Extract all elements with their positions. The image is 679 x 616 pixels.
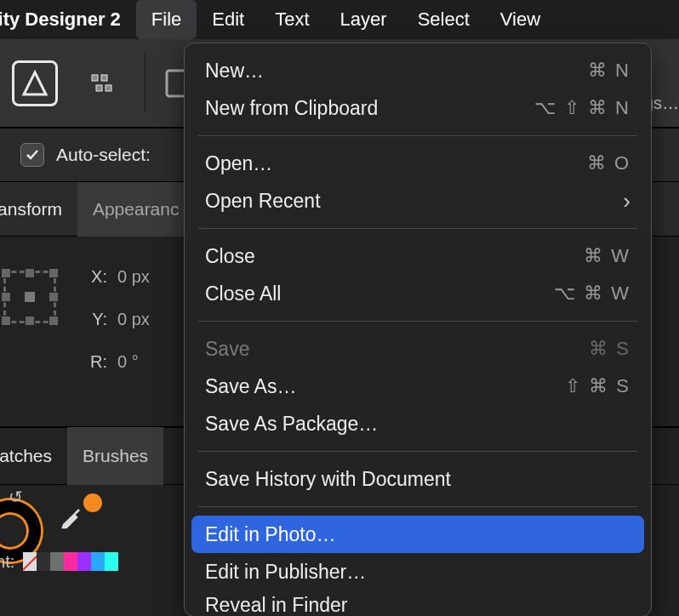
svg-rect-3 [106,85,111,91]
tab-appearance-label: Appearanc [93,199,180,220]
swatch-color[interactable] [50,552,64,571]
menu-text-label: Text [275,9,309,31]
swap-fill-stroke-icon[interactable]: ↺ [9,487,23,507]
picked-color-swatch[interactable] [83,493,102,512]
menu-view-label: View [500,9,540,31]
chevron-right-icon: › [623,188,630,214]
menu-item-label: Save History with Document [205,468,630,491]
menu-item-label: New… [205,60,588,83]
menu-item-label: Close [205,245,584,268]
menu-view[interactable]: View [485,0,556,39]
toolbar-separator [145,54,146,113]
anchor-selector[interactable] [3,271,56,323]
menu-separator [198,321,637,322]
tab-transform-label: Transform [0,199,62,220]
palette [23,552,118,571]
transform-y-value[interactable]: 0 px [117,310,150,329]
menu-item-shortcut: ⌥ ⌘ W [554,282,630,305]
menu-item-shortcut: ⌘ W [584,245,630,267]
app-root: { "menubar": { "app_title": "inity Desig… [0,0,679,616]
swatch-color[interactable] [37,552,50,571]
menu-item[interactable]: Save As Package… [185,405,651,442]
menu-item[interactable]: Open…⌘ O [185,145,651,182]
menu-item[interactable]: Open Recent› [185,182,651,220]
menu-item-label: New from Clipboard [205,97,534,120]
app-logo-icon [12,60,58,106]
menu-item[interactable]: Save History with Document [185,460,651,498]
menu-item[interactable]: Close⌘ W [185,237,651,275]
menu-item-label: Open Recent [205,190,623,213]
persona-switch-button[interactable] [88,68,119,99]
menu-separator [198,451,637,452]
recent-label: ent: [0,552,14,572]
menu-item[interactable]: Edit in Publisher… [185,553,651,590]
menu-select-label: Select [418,9,470,31]
menu-item[interactable]: New…⌘ N [185,52,651,89]
menu-edit-label: Edit [212,9,244,31]
menu-item[interactable]: Edit in Photo… [191,516,644,553]
menu-file[interactable]: File [136,0,197,39]
menu-item-shortcut: ⌘ N [588,60,630,82]
menu-item-shortcut: ⌥ ⇧ ⌘ N [534,97,630,119]
menu-layer[interactable]: Layer [325,0,402,39]
transform-x-value[interactable]: 0 px [117,267,150,287]
swatch-color[interactable] [105,552,118,571]
file-menu-dropdown: New…⌘ NNew from Clipboard⌥ ⇧ ⌘ NOpen…⌘ O… [184,43,652,616]
svg-rect-4 [167,71,185,96]
menu-item-label: Edit in Photo… [205,523,630,546]
menu-select[interactable]: Select [402,0,485,39]
menu-edit[interactable]: Edit [197,0,260,39]
swatch-none[interactable] [23,552,37,571]
menu-item-shortcut: ⌘ S [589,338,630,360]
menu-layer-label: Layer [340,9,387,31]
transform-r-value[interactable]: 0 ° [117,352,139,372]
menu-item[interactable]: Close All⌥ ⌘ W [185,275,651,312]
menu-separator [198,506,637,507]
tab-swatches[interactable]: Swatches [0,427,67,485]
transform-r-label: R: [82,352,107,372]
tab-appearance[interactable]: Appearanc [77,182,195,237]
swatch-color[interactable] [77,552,91,571]
swatch-color[interactable] [91,552,105,571]
swatch-color[interactable] [64,552,77,571]
menu-item-label: Edit in Publisher… [205,561,630,584]
svg-rect-0 [92,75,98,81]
transform-y-label: Y: [82,310,107,329]
menu-item-partial[interactable]: Reveal in Finder [185,590,651,616]
tab-transform[interactable]: Transform [0,182,77,237]
menu-separator [198,135,637,136]
menu-text[interactable]: Text [260,0,324,39]
transform-x-label: X: [82,267,107,287]
menu-item-label: Save [205,338,589,361]
menu-separator [198,228,637,229]
menu-item-label: Save As… [205,375,565,398]
menu-item-label: Close All [205,282,554,305]
menu-item: Save⌘ S [185,330,651,368]
svg-rect-2 [96,85,102,91]
menu-item-shortcut: ⌘ O [587,152,630,174]
menubar: inity Designer 2 File Edit Text Layer Se… [0,0,679,39]
app-title: inity Designer 2 [0,9,136,31]
svg-rect-1 [101,75,107,81]
auto-select-label: Auto-select: [56,145,151,165]
tab-brushes-label: Brushes [83,446,148,466]
menu-item-label: Open… [205,152,587,175]
menu-item-label: Save As Package… [205,413,630,436]
menu-file-label: File [151,9,181,31]
recent-colors-row: ent: [0,545,118,579]
menu-item[interactable]: Save As…⇧ ⌘ S [185,368,651,405]
tab-swatches-label: Swatches [0,446,52,466]
menu-item[interactable]: New from Clipboard⌥ ⇧ ⌘ N [185,89,651,127]
menu-item-shortcut: ⇧ ⌘ S [565,375,630,397]
auto-select-checkbox[interactable] [20,143,44,167]
tab-brushes[interactable]: Brushes [67,427,163,485]
